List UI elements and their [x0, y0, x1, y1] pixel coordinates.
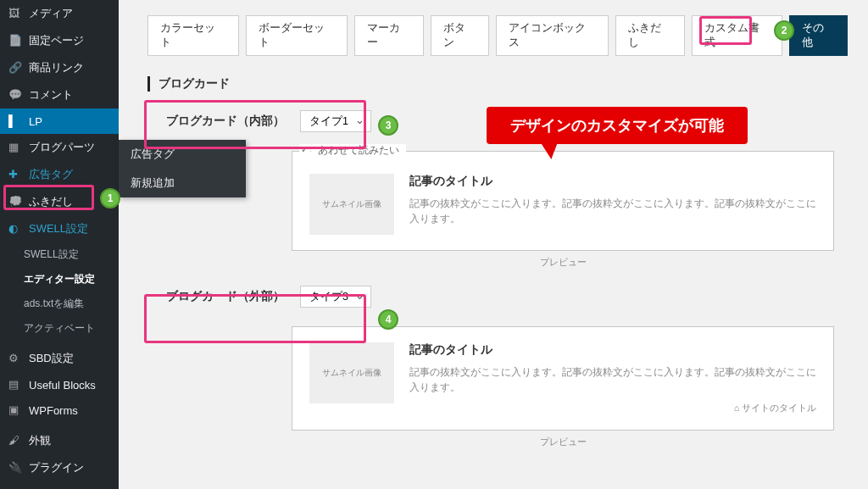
- select-wrap: タイプ1: [300, 110, 371, 132]
- sidebar-item-lp[interactable]: ▌LP: [0, 108, 119, 134]
- tab-button[interactable]: ボタン: [431, 15, 489, 56]
- ub-icon: ▤: [8, 378, 22, 392]
- wpf-icon: ▣: [8, 403, 22, 417]
- thumbnail-placeholder: サムネイル画像: [309, 174, 394, 235]
- sidebar-item-sbd[interactable]: ⚙SBD設定: [0, 345, 119, 372]
- cardtype-external-select[interactable]: タイプ3: [300, 286, 371, 308]
- preview-internal: ✓ サムネイル画像 記事のタイトル 記事の抜粋文がここに入ります。記事の抜粋文が…: [292, 151, 834, 269]
- annotation-badge-2: 2: [774, 20, 794, 41]
- preview-sitetitle: サイトのタイトル: [409, 403, 816, 414]
- link-icon: 🔗: [8, 61, 22, 75]
- lp-icon: ▌: [8, 114, 22, 128]
- comment-icon: 💬: [8, 88, 22, 102]
- plug-icon: 🔌: [8, 461, 22, 475]
- media-icon: 🖼: [8, 7, 22, 20]
- sidebar-item-thesonic[interactable]: ★THE SONIC: [0, 481, 119, 489]
- sidebar-flyout: 広告タグ 新規追加: [119, 140, 246, 197]
- tab-other[interactable]: その他: [789, 15, 848, 56]
- row-label: ブログカード（外部）: [166, 289, 285, 304]
- admin-sidebar: 🖼メディア 📄固定ページ 🔗商品リンク 💬コメント ▌LP ▦ブログパーツ ✚広…: [0, 0, 119, 489]
- sidebar-item-media[interactable]: 🖼メディア: [0, 0, 119, 27]
- preview-desc: 記事の抜粋文がここに入ります。記事の抜粋文がここに入ります。記事の抜粋文がここに…: [409, 364, 816, 396]
- preview-desc: 記事の抜粋文がここに入ります。記事の抜粋文がここに入ります。記事の抜粋文がここに…: [409, 196, 816, 227]
- sbd-icon: ⚙: [8, 352, 22, 365]
- sidebar-sub-editor[interactable]: エディター設定: [0, 267, 119, 292]
- sidebar-item-comments[interactable]: 💬コメント: [0, 81, 119, 108]
- tab-colorset[interactable]: カラーセット: [147, 15, 239, 56]
- sidebar-sub-swell[interactable]: SWELL設定: [0, 242, 119, 267]
- tab-customformat[interactable]: カスタム書式: [692, 15, 783, 56]
- check-icon: ✓: [299, 144, 310, 155]
- flyout-item-new[interactable]: 新規追加: [119, 169, 246, 197]
- tab-marker[interactable]: マーカー: [354, 15, 424, 56]
- sidebar-item-swell[interactable]: ◐SWELL設定: [0, 215, 119, 242]
- sidebar-sub-ads[interactable]: ads.txtを編集: [0, 292, 119, 316]
- preview-title: 記事のタイトル: [409, 174, 816, 189]
- thumbnail-placeholder: サムネイル画像: [309, 342, 394, 403]
- tab-iconbox[interactable]: アイコンボックス: [496, 15, 609, 56]
- tab-borderset[interactable]: ボーダーセット: [246, 15, 348, 56]
- sidebar-item-wpforms[interactable]: ▣WPForms: [0, 397, 119, 423]
- config-row-external: ブログカード（外部） タイプ3: [166, 286, 848, 308]
- preview-title: 記事のタイトル: [409, 342, 816, 358]
- sidebar-item-productlink[interactable]: 🔗商品リンク: [0, 54, 119, 81]
- section-title: ブログカード: [147, 76, 848, 92]
- sidebar-item-adtag[interactable]: ✚広告タグ: [0, 161, 119, 188]
- sidebar-item-plugins[interactable]: 🔌プラグイン: [0, 454, 119, 481]
- annotation-badge-4: 4: [378, 309, 398, 330]
- tab-balloon[interactable]: ふきだし: [615, 15, 685, 56]
- row-label: ブログカード（内部）: [166, 114, 285, 129]
- sidebar-item-blogparts[interactable]: ▦ブログパーツ: [0, 134, 119, 161]
- sidebar-item-usefulblocks[interactable]: ▤Useful Blocks: [0, 372, 119, 397]
- ad-icon: ✚: [8, 168, 22, 181]
- cardtype-internal-select[interactable]: タイプ1: [300, 110, 371, 132]
- preview-caption: プレビュー: [292, 436, 834, 448]
- select-wrap: タイプ3: [300, 286, 371, 308]
- flyout-item-adtag[interactable]: 広告タグ: [119, 140, 246, 169]
- preview-card-external: サムネイル画像 記事のタイトル 記事の抜粋文がここに入ります。記事の抜粋文がここ…: [292, 326, 834, 431]
- balloon-icon: 💭: [8, 195, 22, 208]
- swell-icon: ◐: [8, 222, 22, 236]
- annotation-badge-1: 1: [100, 188, 120, 208]
- sidebar-item-appearance[interactable]: 🖌外観: [0, 427, 119, 454]
- brush-icon: 🖌: [8, 434, 22, 447]
- preview-caption: プレビュー: [292, 256, 834, 269]
- annotation-badge-3: 3: [378, 115, 398, 136]
- page-icon: 📄: [8, 34, 22, 47]
- parts-icon: ▦: [8, 141, 22, 154]
- sidebar-sub-activate[interactable]: アクティベート: [0, 316, 119, 341]
- sidebar-item-pages[interactable]: 📄固定ページ: [0, 27, 119, 54]
- main-panel: カラーセット ボーダーセット マーカー ボタン アイコンボックス ふきだし カス…: [119, 0, 868, 489]
- preview-card-internal: ✓ サムネイル画像 記事のタイトル 記事の抜粋文がここに入ります。記事の抜粋文が…: [292, 151, 834, 251]
- preview-external: サムネイル画像 記事のタイトル 記事の抜粋文がここに入ります。記事の抜粋文がここ…: [292, 326, 834, 448]
- tab-list: カラーセット ボーダーセット マーカー ボタン アイコンボックス ふきだし カス…: [147, 15, 848, 56]
- annotation-callout: デザインのカスタマイズが可能: [487, 107, 748, 144]
